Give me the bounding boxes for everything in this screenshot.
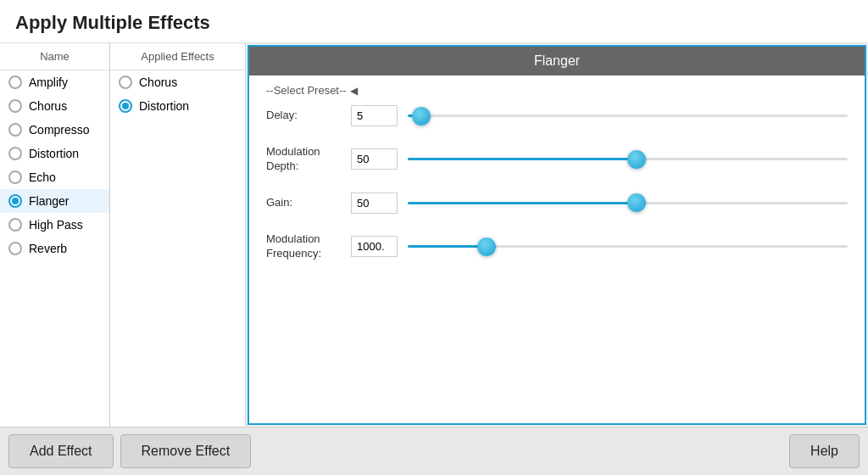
content-area: Name Amplify Chorus Compresso Distortion	[0, 43, 868, 427]
page-title: Apply Multiple Effects	[15, 12, 853, 34]
mod-freq-slider-fill	[408, 245, 487, 248]
name-item-echo[interactable]: Echo	[0, 165, 109, 189]
mod-depth-slider-track[interactable]	[408, 158, 848, 160]
bottom-bar: Add Effect Remove Effect Help	[0, 427, 868, 475]
delay-slider-container	[408, 108, 848, 125]
radio-flanger	[8, 194, 22, 208]
effect-panel: Flanger --Select Preset-- ◀ Delay:	[248, 45, 866, 425]
gain-row: Gain:	[266, 193, 848, 214]
mod-depth-slider-thumb[interactable]	[627, 150, 646, 169]
gain-slider-container	[408, 194, 848, 211]
mod-freq-label: Modulation Frequency:	[266, 232, 351, 261]
radio-amplify	[8, 75, 22, 89]
delay-slider-thumb[interactable]	[412, 107, 431, 126]
applied-item-chorus[interactable]: Chorus	[110, 70, 245, 94]
mod-freq-slider-thumb[interactable]	[477, 238, 496, 256]
help-button[interactable]: Help	[789, 434, 860, 468]
mod-depth-slider-container	[408, 151, 848, 168]
gain-slider-thumb[interactable]	[627, 193, 646, 212]
mod-freq-slider-container	[408, 238, 848, 255]
name-item-chorus[interactable]: Chorus	[0, 94, 109, 118]
title-bar: Apply Multiple Effects	[0, 0, 868, 43]
mod-freq-input[interactable]	[351, 236, 398, 257]
radio-compressor	[8, 123, 22, 137]
name-item-reverb[interactable]: Reverb	[0, 237, 109, 260]
delay-row: Delay:	[266, 105, 848, 126]
add-effect-button[interactable]: Add Effect	[8, 434, 114, 468]
radio-reverb	[8, 242, 22, 255]
preset-arrow-icon: ◀	[350, 85, 358, 97]
name-panel-header: Name	[0, 43, 109, 70]
radio-applied-chorus	[119, 75, 132, 89]
mod-freq-row: Modulation Frequency:	[266, 232, 848, 261]
applied-panel: Applied Effects Chorus Distortion	[110, 43, 246, 427]
applied-list: Chorus Distortion	[110, 70, 245, 118]
remove-effect-button[interactable]: Remove Effect	[120, 434, 252, 468]
applied-item-distortion[interactable]: Distortion	[110, 94, 245, 118]
applied-panel-header: Applied Effects	[110, 43, 245, 70]
effect-controls: --Select Preset-- ◀ Delay:	[249, 75, 865, 423]
delay-input[interactable]	[351, 105, 398, 126]
gain-input[interactable]	[351, 193, 398, 214]
gain-slider-track[interactable]	[408, 202, 848, 204]
name-item-distortion[interactable]: Distortion	[0, 142, 109, 165]
mod-depth-row: Modulation Depth:	[266, 145, 848, 174]
mod-depth-label: Modulation Depth:	[266, 145, 351, 174]
radio-chorus	[8, 99, 22, 113]
gain-slider-fill	[408, 202, 637, 204]
gain-label: Gain:	[266, 196, 351, 210]
name-item-flanger[interactable]: Flanger	[0, 189, 109, 213]
main-container: Apply Multiple Effects Name Amplify Chor…	[0, 0, 868, 475]
delay-label: Delay:	[266, 109, 351, 123]
radio-distortion	[8, 147, 22, 160]
effect-title: Flanger	[249, 47, 865, 75]
name-item-highpass[interactable]: High Pass	[0, 213, 109, 237]
delay-slider-track[interactable]	[408, 115, 848, 117]
radio-highpass	[8, 218, 22, 232]
name-panel: Name Amplify Chorus Compresso Distortion	[0, 43, 110, 427]
preset-select[interactable]: --Select Preset--	[266, 84, 347, 97]
mod-depth-input[interactable]	[351, 148, 398, 170]
name-item-compressor[interactable]: Compresso	[0, 118, 109, 142]
preset-row: --Select Preset-- ◀	[266, 84, 848, 97]
mod-freq-slider-track[interactable]	[408, 245, 848, 248]
mod-depth-slider-fill	[408, 158, 637, 160]
name-list: Amplify Chorus Compresso Distortion Echo	[0, 70, 109, 427]
radio-echo	[8, 170, 22, 184]
name-item-amplify[interactable]: Amplify	[0, 70, 109, 94]
radio-applied-distortion	[119, 99, 132, 113]
